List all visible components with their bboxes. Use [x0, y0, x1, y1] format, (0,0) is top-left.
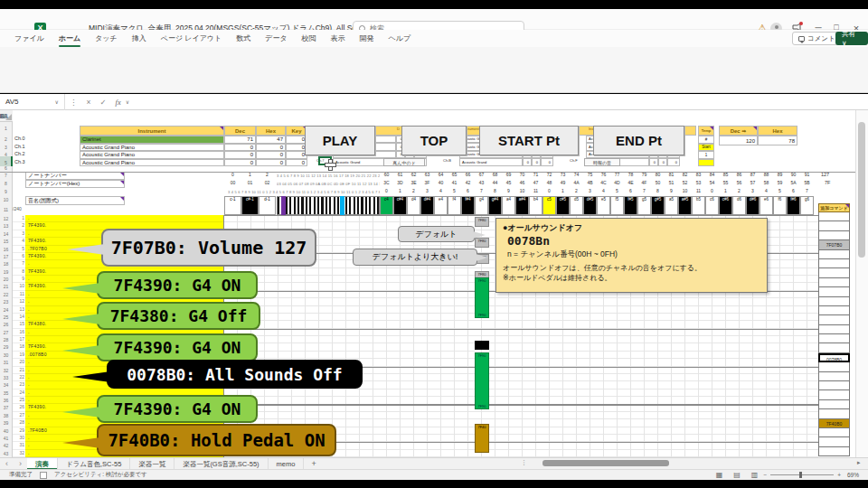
zoom-level[interactable]: 69%: [841, 472, 864, 478]
hex-cell[interactable]: 47: [256, 136, 286, 144]
dechex-hex-value[interactable]: 78: [758, 136, 797, 145]
row-number[interactable]: 30: [0, 352, 12, 359]
row-number[interactable]: 40: [0, 427, 12, 435]
header-instrument[interactable]: Instrument: [80, 126, 224, 136]
temp-cell[interactable]: Start: [698, 144, 714, 152]
row-number[interactable]: 7: [0, 172, 12, 180]
row-number[interactable]: 1: [0, 122, 12, 136]
extra-command-cell[interactable]: 7F07B0: [818, 240, 850, 249]
extra-command-cell[interactable]: [818, 400, 850, 409]
extra-command-cell[interactable]: [818, 259, 850, 268]
piano-key[interactable]: e6: [760, 196, 773, 215]
sheet-nav-left[interactable]: ‹: [0, 459, 14, 468]
row-number[interactable]: 17: [0, 253, 12, 260]
row-number[interactable]: 11: [0, 206, 12, 216]
row-number[interactable]: 36: [0, 397, 12, 404]
instrument-cell[interactable]: Acoustic Grand Piano: [80, 144, 224, 152]
piano-key[interactable]: a#5: [678, 196, 692, 215]
row-number[interactable]: 34: [0, 381, 12, 389]
row-number[interactable]: 32: [0, 367, 12, 374]
horizontal-scrollbar-thumb[interactable]: [542, 460, 669, 466]
row-number[interactable]: 10: [0, 196, 12, 206]
piano-key[interactable]: d#5: [583, 196, 597, 215]
hex-cell[interactable]: 0: [256, 151, 286, 159]
piano-key[interactable]: d-1: [259, 196, 276, 215]
piano-key[interactable]: c5: [542, 196, 556, 215]
row-number[interactable]: 24: [0, 306, 12, 314]
extra-command-cell[interactable]: [818, 325, 850, 334]
piano-key[interactable]: f5: [610, 196, 624, 215]
row-number[interactable]: 35: [0, 389, 12, 397]
extra-command-cell[interactable]: [818, 212, 850, 221]
piano-key[interactable]: a4: [502, 196, 515, 215]
instrument-cell[interactable]: Clarinet: [80, 136, 224, 144]
formula-input[interactable]: [129, 94, 868, 110]
row-number[interactable]: 3: [0, 144, 12, 152]
add-sheet-button[interactable]: +: [304, 459, 323, 468]
row-number[interactable]: 16: [0, 246, 12, 253]
extra-command-cell[interactable]: 7F40B0: [818, 419, 850, 428]
row-number[interactable]: 13: [0, 222, 12, 230]
instrument-cell[interactable]: Acoustic Grand Piano: [80, 151, 224, 159]
hscroll-right-arrow[interactable]: ▸: [857, 459, 861, 466]
ribbon-tab[interactable]: 表示: [324, 31, 353, 46]
row-number[interactable]: 9: [0, 188, 12, 196]
piano-key[interactable]: b5: [692, 196, 705, 215]
extra-command-cell[interactable]: [818, 334, 850, 343]
temp-cell[interactable]: [698, 159, 714, 167]
macro-button[interactable]: END Pt: [593, 126, 684, 155]
piano-key[interactable]: c#6: [719, 196, 732, 215]
channel-row[interactable]: Ch.2 Acoustic Grand Piano 0 0 0: [13, 151, 311, 159]
row-number[interactable]: 22: [0, 291, 12, 298]
row-number[interactable]: 25: [0, 314, 12, 321]
piano-key[interactable]: e5: [597, 196, 610, 215]
extra-command-cell[interactable]: [818, 250, 850, 259]
piano-key[interactable]: c6: [705, 196, 719, 215]
extra-command-header[interactable]: 追加コマンド: [818, 203, 850, 212]
row-number[interactable]: 38: [0, 412, 12, 419]
note-number-label[interactable]: ノートナンバー: [25, 172, 125, 180]
note-off-bar[interactable]: 7F80: [475, 238, 489, 248]
header-dec[interactable]: Dec: [224, 126, 256, 136]
piano-key[interactable]: e4: [434, 196, 448, 215]
extra-command-cell[interactable]: [818, 231, 850, 240]
row-number[interactable]: 41: [0, 435, 12, 442]
command-row[interactable]: 1 .: [13, 215, 223, 222]
row-number[interactable]: 28: [0, 336, 12, 343]
macro-record-icon[interactable]: [40, 472, 47, 479]
piano-key[interactable]: c#5: [556, 196, 570, 215]
extra-command-cell[interactable]: [818, 343, 850, 352]
comments-button[interactable]: コメント: [792, 32, 842, 45]
note-number-hex-label[interactable]: ノートナンバー(Hex): [25, 180, 125, 188]
row-number[interactable]: 19: [0, 268, 12, 276]
zoom-out-button[interactable]: −: [763, 472, 767, 478]
piano-key[interactable]: f#4: [461, 196, 475, 215]
piano-key[interactable]: f#5: [624, 196, 637, 215]
extra-command-cell[interactable]: [818, 428, 850, 437]
extra-command-cell[interactable]: 0078B0: [818, 353, 850, 362]
extra-command-cell[interactable]: [818, 447, 850, 456]
row-number[interactable]: 37: [0, 404, 12, 411]
row-number[interactable]: 42: [0, 442, 12, 449]
piano-key[interactable]: c4: [380, 196, 393, 215]
macro-button[interactable]: TOP: [401, 126, 467, 155]
ribbon-tab[interactable]: データ: [258, 31, 294, 46]
piano-key[interactable]: b4: [529, 196, 542, 215]
normal-view-icon[interactable]: ▦: [711, 471, 729, 479]
sheet-nav-right[interactable]: ›: [14, 459, 27, 468]
ribbon-tab[interactable]: ページ レイアウト: [154, 31, 230, 46]
piano-key[interactable]: c#4: [393, 196, 407, 215]
piano-key[interactable]: d5: [570, 196, 583, 215]
sheet-tab[interactable]: ドラム音色,SC-55: [58, 458, 130, 470]
extra-command-cell[interactable]: [818, 390, 850, 399]
piano-key[interactable]: f#6: [787, 196, 800, 215]
sheet-tab[interactable]: 演奏: [27, 458, 58, 470]
key-cell[interactable]: 0: [286, 159, 307, 167]
note-on-bar[interactable]: 7F907F90: [475, 277, 489, 318]
onmei-label[interactable]: 音名(国際式): [25, 196, 125, 205]
dechex-dec-value[interactable]: 120: [719, 136, 758, 145]
page-break-view-icon[interactable]: ▥: [746, 471, 764, 479]
channel-row[interactable]: Ch.0 Clarinet 71 47 0: [13, 136, 311, 144]
header-temp[interactable]: Temp: [698, 126, 714, 136]
macro-button[interactable]: PLAY: [305, 126, 375, 155]
